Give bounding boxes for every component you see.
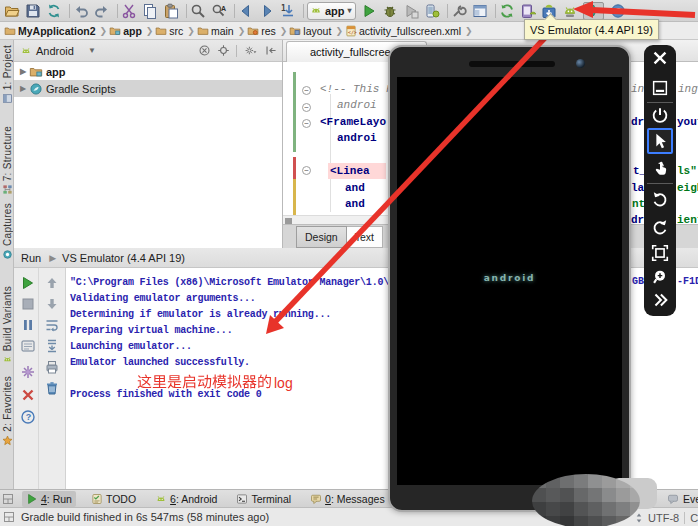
cut-icon[interactable] [121, 3, 137, 19]
replace-icon[interactable]: A [211, 3, 227, 19]
code-line: and [345, 180, 365, 196]
rerun-icon[interactable] [20, 275, 36, 291]
tool-window-button-run[interactable]: 4: Run [22, 491, 76, 507]
emu-rotate-ccw-button[interactable] [647, 186, 673, 212]
avd-manager-icon[interactable] [562, 3, 578, 19]
android-boot-logo: android [397, 273, 622, 283]
scroll-end-icon[interactable] [44, 338, 60, 354]
breadcrumb-src[interactable]: src [155, 25, 183, 37]
context-widget[interactable]: Co [690, 512, 698, 524]
show-console-icon[interactable] [20, 338, 36, 354]
fold-marker-icon[interactable]: − [302, 103, 311, 112]
breadcrumb-chevron-icon: ❯ [238, 26, 246, 36]
find-icon[interactable] [190, 3, 206, 19]
twisty-right-icon[interactable]: ▶ [18, 84, 28, 93]
close-red-icon[interactable] [20, 387, 36, 403]
tree-item-gradle-scripts[interactable]: ▶Gradle Scripts [14, 80, 282, 97]
run-configuration-selector[interactable]: app▾ [307, 2, 356, 20]
project-view-selector[interactable]: Android ▼ [20, 45, 96, 57]
emu-power-button[interactable] [647, 102, 673, 128]
emu-fit-button[interactable] [647, 240, 673, 266]
fold-marker-icon[interactable]: − [302, 166, 311, 175]
stripe-button-build-variants[interactable]: Build Variants [0, 286, 14, 365]
folder-app-icon [109, 25, 121, 37]
fold-marker-icon[interactable]: − [302, 86, 311, 95]
fold-marker-icon[interactable]: − [302, 119, 311, 128]
open-icon[interactable] [4, 3, 20, 19]
emulator-screen[interactable]: android [397, 77, 622, 485]
pause-icon[interactable] [20, 317, 36, 333]
stripe-button-captures[interactable]: Captures [0, 203, 14, 260]
help-small-icon[interactable]: ? [20, 409, 36, 425]
back-icon[interactable] [238, 3, 254, 19]
soft-wrap-icon[interactable] [44, 317, 60, 333]
stripe-button-label: 7: Structure [2, 126, 13, 181]
tree-item-app[interactable]: ▶app [14, 63, 282, 80]
run-icon[interactable] [361, 3, 377, 19]
gradle-sync-icon[interactable] [499, 3, 515, 19]
tool-window-button-terminal[interactable]: Terminal [232, 491, 295, 507]
vs-emulator-button[interactable] [583, 2, 604, 20]
paste-icon[interactable] [163, 3, 179, 19]
sync-icon[interactable] [46, 3, 62, 19]
android-view-icon [20, 45, 32, 57]
help-icon[interactable]: ? [610, 3, 626, 19]
cjk-glyph-5 [212, 375, 226, 389]
settings-icon[interactable] [451, 3, 467, 19]
copy-icon[interactable] [142, 3, 158, 19]
emu-rotate-cw-button[interactable] [647, 214, 673, 240]
stripe-button-1-project[interactable]: 1: Project [0, 45, 14, 104]
hide-panel-icon[interactable] [265, 44, 278, 57]
emu-minimize-button[interactable] [647, 75, 673, 101]
emu-more-button[interactable] [647, 287, 673, 313]
down-stack-icon[interactable] [44, 296, 60, 312]
gc-trash-icon[interactable] [44, 380, 60, 396]
twisty-right-icon[interactable]: ▶ [18, 67, 28, 76]
tool-window-anchors-icon[interactable] [2, 493, 14, 505]
undo-icon[interactable] [73, 3, 89, 19]
breadcrumb-res[interactable]: res [247, 25, 276, 37]
emu-zoom-icon [650, 267, 670, 287]
emu-close-button[interactable] [647, 45, 673, 71]
redo-icon[interactable] [94, 3, 110, 19]
cjk-glyph-7 [242, 375, 256, 388]
vs-emulator-window[interactable]: android [388, 45, 631, 512]
chevron-down-icon: ▾ [348, 6, 352, 15]
emu-touch-button[interactable] [647, 155, 673, 181]
messages-icon [310, 493, 322, 505]
tab-text[interactable]: Text [347, 226, 383, 248]
collapse-all-icon[interactable] [198, 44, 211, 57]
forward-icon[interactable] [259, 3, 275, 19]
event-log-button[interactable]: Event Log [667, 493, 698, 505]
breadcrumb-main[interactable]: main [197, 25, 234, 37]
stripe-button-7-structure[interactable]: 7: Structure [0, 126, 14, 195]
run-session-title: VS Emulator (4.4 API 19) [62, 252, 185, 264]
editor-horizontal-scrollbar[interactable] [283, 215, 389, 224]
stripe-button-2-favorites[interactable]: 2: Favorites [0, 376, 14, 446]
event-log-label: Event Log [683, 493, 698, 505]
tool-window-button-todo[interactable]: TODO [87, 491, 140, 507]
save-icon[interactable] [25, 3, 41, 19]
device-monitor-icon[interactable] [520, 3, 536, 19]
attach-icon[interactable] [424, 3, 440, 19]
up-stack-icon[interactable] [44, 275, 60, 291]
breadcrumb-activity-fullscreen-xml[interactable]: </>activity_fullscreen.xml [345, 25, 461, 37]
structure-icon[interactable] [472, 3, 488, 19]
coverage-icon[interactable] [403, 3, 419, 19]
debug-icon[interactable] [382, 3, 398, 19]
tool-window-button-messages[interactable]: 0: Messages [306, 491, 389, 507]
restore-layout-icon[interactable] [20, 364, 36, 380]
locate-icon[interactable] [217, 44, 230, 57]
compile-icon[interactable]: 1 [280, 3, 296, 19]
emu-cursor-button[interactable] [647, 128, 673, 154]
left-tool-window-stripe: 1: Project7: StructureCapturesBuild Vari… [0, 40, 14, 489]
breadcrumb-app[interactable]: app [109, 25, 142, 37]
stop-icon[interactable] [20, 296, 36, 312]
status-grid-icon[interactable] [3, 511, 15, 523]
tab-design[interactable]: Design [296, 226, 347, 248]
tool-window-button-android[interactable]: 6: Android [151, 491, 221, 507]
print-icon[interactable] [44, 359, 60, 375]
breadcrumb-myapplication2[interactable]: MyApplication2 [4, 25, 96, 37]
breadcrumb-layout[interactable]: layout [289, 25, 331, 37]
gear-icon[interactable] [243, 44, 259, 57]
